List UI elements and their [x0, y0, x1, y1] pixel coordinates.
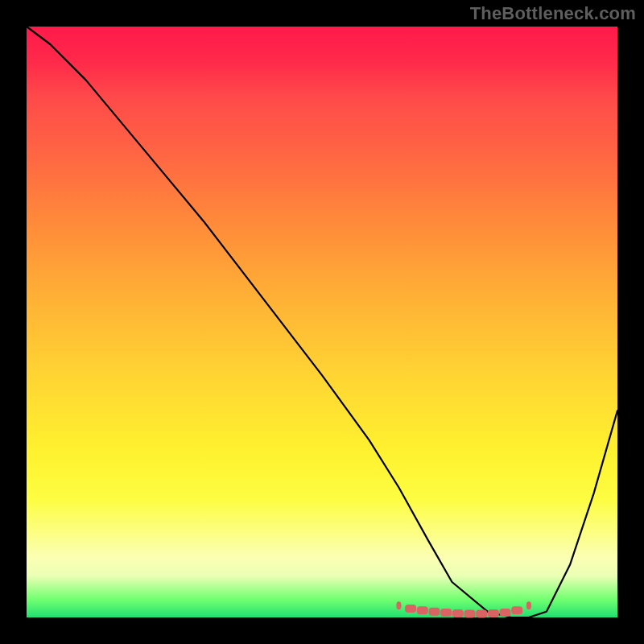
marker-segment	[464, 610, 476, 618]
marker-segment	[396, 601, 401, 609]
marker-segment	[476, 610, 487, 618]
main-curve	[27, 27, 617, 617]
watermark-text: TheBottleneck.com	[470, 3, 636, 24]
marker-segment	[500, 609, 511, 617]
marker-segment	[452, 609, 464, 617]
marker-segment	[526, 601, 531, 609]
chart-svg	[27, 27, 617, 617]
marker-segment	[417, 606, 428, 614]
marker-segment	[429, 608, 440, 616]
marker-segment	[488, 609, 499, 617]
plot-area	[27, 27, 617, 617]
marker-segment	[511, 606, 522, 614]
marker-segment	[440, 609, 452, 617]
chart-container: TheBottleneck.com	[0, 0, 644, 644]
marker-segment	[405, 605, 416, 613]
